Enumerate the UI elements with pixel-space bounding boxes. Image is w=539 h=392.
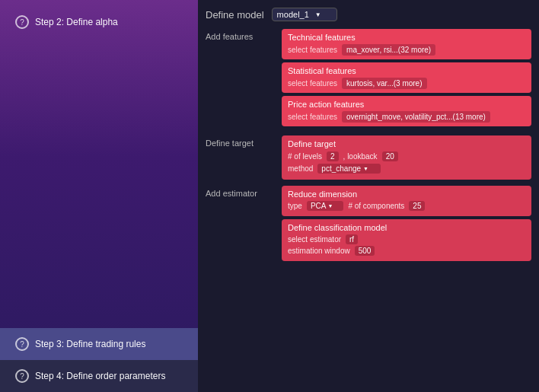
step2-header: ? Step 2: Define alpha [15,15,198,29]
define-model-label: Define model [206,9,264,21]
estimator-rf-value[interactable]: rf [346,234,358,244]
content-area: Define model model_1 Add features Techni… [198,0,539,392]
technical-features-card: Technical features select features ma_xo… [282,29,531,59]
technical-select-label: select features [288,46,337,54]
target-method-row: method pct_change [288,164,525,174]
technical-select-value[interactable]: ma_xover, rsi...(32 more) [342,44,435,56]
step4-label: Step 4: Define order parameters [35,371,165,381]
pca-dropdown[interactable]: PCA [307,201,344,211]
method-dropdown[interactable]: pct_change [317,164,381,174]
price-action-features-card: Price action features select features ov… [282,96,531,126]
estimator-type-row: type PCA # of components 25 [288,201,525,211]
classification-model-title: Define classification model [288,223,525,232]
target-card: Define target # of levels 2 , lookback 2… [282,135,531,180]
step2-label: Step 2: Define alpha [35,17,118,27]
define-target-section: Define target Define target # of levels … [206,135,531,180]
components-label: # of components [348,202,404,210]
statistical-features-title: Statistical features [288,66,525,75]
statistical-select-label: select features [288,79,337,88]
target-content: Define target # of levels 2 , lookback 2… [282,135,531,180]
step4-icon: ? [15,369,29,383]
target-levels-row: # of levels 2 , lookback 20 [288,151,525,161]
features-content: Technical features select features ma_xo… [282,29,531,129]
step3-label: Step 3: Define trading rules [35,339,145,349]
technical-select-row: select features ma_xover, rsi...(32 more… [288,44,525,56]
step2-icon: ? [15,15,29,29]
method-label: method [288,164,313,173]
bottom-steps: ? Step 3: Define trading rules ? Step 4:… [0,328,198,392]
lookback-label: , lookback [343,152,378,161]
target-title: Define target [288,139,525,148]
add-estimator-label: Add estimator [206,186,274,198]
add-features-label: Add features [206,29,274,41]
estimator-content: Reduce dimension type PCA # of component… [282,186,531,264]
type-label: type [288,202,302,210]
window-label: estimation window [288,247,350,255]
technical-features-title: Technical features [288,33,525,42]
step3-icon: ? [15,337,29,351]
classification-model-card: Define classification model select estim… [282,219,531,261]
step2-block: ? Step 2: Define alpha [0,8,198,297]
step3-item[interactable]: ? Step 3: Define trading rules [0,328,198,360]
define-target-label: Define target [206,135,274,148]
price-action-select-label: select features [288,113,337,121]
levels-value: 2 [327,151,339,161]
step4-item[interactable]: ? Step 4: Define order parameters [0,360,198,392]
add-features-section: Add features Technical features select f… [206,29,531,129]
statistical-features-card: Statistical features select features kur… [282,62,531,93]
components-value: 25 [409,201,425,211]
lookback-value: 20 [382,151,398,161]
estimator-select-row: select estimator rf [288,234,525,244]
select-estimator-label: select estimator [288,235,341,244]
add-estimator-section: Add estimator Reduce dimension type PCA … [206,186,531,264]
main-container: ? Step 2: Define alpha ? Step 3: Define … [0,0,539,392]
price-action-features-title: Price action features [288,100,525,109]
sidebar: ? Step 2: Define alpha ? Step 3: Define … [0,0,198,392]
levels-label: # of levels [288,152,322,161]
window-value: 500 [355,246,375,256]
reduce-dimension-title: Reduce dimension [288,190,525,199]
price-action-select-value[interactable]: overnight_move, volatility_pct...(13 mor… [342,111,490,123]
price-action-select-row: select features overnight_move, volatili… [288,111,525,123]
model-dropdown[interactable]: model_1 [272,8,337,21]
estimator-window-row: estimation window 500 [288,246,525,256]
reduce-dimension-card: Reduce dimension type PCA # of component… [282,186,531,216]
statistical-select-value[interactable]: kurtosis, var...(3 more) [342,78,426,89]
statistical-select-row: select features kurtosis, var...(3 more) [288,78,525,89]
model-header: Define model model_1 [206,8,531,21]
